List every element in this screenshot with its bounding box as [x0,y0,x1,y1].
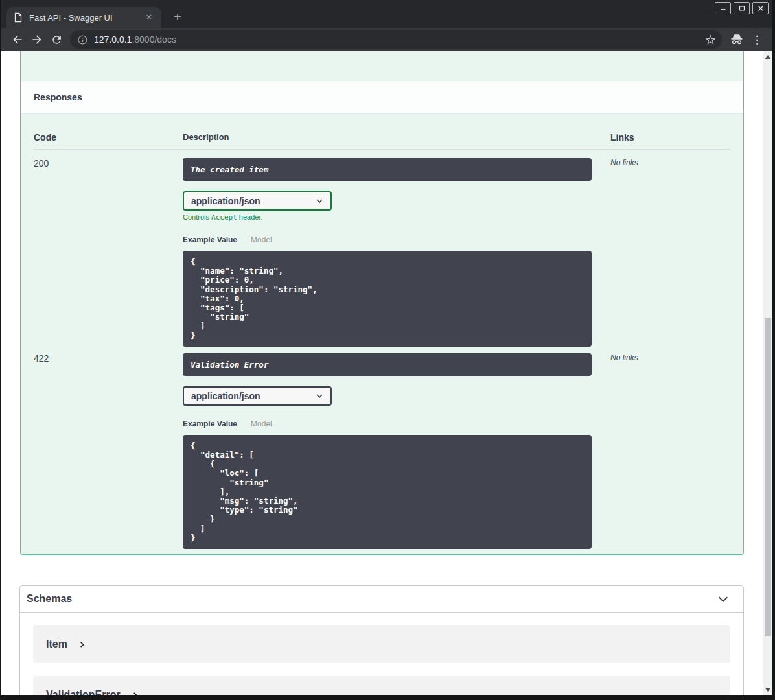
response-description-cell: Validation Error application/json Exampl… [183,353,592,555]
schemas-section: Schemas Item ValidationError [19,585,744,695]
swagger-page: Responses Code Description Links 200 The… [1,51,772,695]
response-code: 422 [34,353,183,555]
tab-example-value[interactable]: Example Value [183,235,237,244]
reload-icon [51,34,63,46]
triangle-up-icon [765,54,771,60]
response-description: The created item [183,158,592,181]
accept-header-note: Controls Accept header. [183,213,592,222]
example-model-tabs: Example Value Model [183,235,592,245]
url-text: 127.0.0.1:8000/docs [94,34,176,45]
scrollbar-thumb[interactable] [765,318,771,636]
forward-button[interactable] [27,30,47,49]
model-validationerror[interactable]: ValidationError [33,676,730,695]
browser-menu-button[interactable]: ⋮ [750,34,763,45]
maximize-icon [739,6,744,10]
tabs-divider [244,419,244,428]
bookmark-star-button[interactable] [704,34,717,46]
maximize-button[interactable] [734,2,750,14]
scroll-up-button[interactable] [763,52,772,62]
media-type-select[interactable]: application/json [183,191,332,211]
chevron-down-icon [314,196,325,206]
reload-button[interactable] [47,30,66,49]
star-icon [704,34,717,46]
example-json-200: { "name": "string", "price": 0, "descrip… [183,251,592,347]
chevron-down-icon[interactable] [716,592,730,606]
response-description-cell: The created item application/json Contro… [183,158,592,353]
tab-model[interactable]: Model [251,235,272,244]
media-type-value: application/json [191,391,260,401]
tab-example-value[interactable]: Example Value [183,419,237,428]
window-controls [715,2,769,14]
response-row-422: 422 Validation Error application/json Ex… [34,353,730,555]
tab-title: Fast API - Swagger UI [29,13,137,23]
browser-tab[interactable]: Fast API - Swagger UI × [6,7,161,28]
back-button[interactable] [8,30,27,49]
triangle-down-icon [765,687,771,692]
response-links: No links [610,353,730,555]
response-description: Validation Error [183,353,592,376]
browser-window: Fast API - Swagger UI × + [0,0,775,700]
title-bar: Fast API - Swagger UI × + [1,0,772,28]
forward-icon [30,33,43,46]
address-bar[interactable]: 127.0.0.1:8000/docs [70,30,722,49]
example-model-tabs: Example Value Model [183,419,592,429]
response-row-200: 200 The created item application/json Co… [34,150,730,353]
responses-section-header: Responses [21,81,743,113]
back-icon [11,33,24,46]
browser-toolbar: 127.0.0.1:8000/docs ⋮ [1,28,772,51]
response-code: 200 [34,158,183,353]
close-icon [758,6,763,10]
site-info-icon[interactable] [77,34,88,45]
opblock-spacer [21,51,743,81]
column-header-description: Description [183,132,610,143]
media-type-value: application/json [191,196,260,206]
responses-table-header: Code Description Links [34,113,730,150]
page-favicon-icon [13,12,23,23]
chevron-right-icon [78,640,86,649]
tab-close-icon[interactable]: × [143,12,155,23]
responses-title: Responses [34,92,82,102]
schemas-title: Schemas [27,593,72,605]
response-links: No links [610,158,730,353]
media-type-select[interactable]: application/json [183,386,332,406]
example-json-422: { "detail": [ { "loc": [ "string" ], "ms… [183,435,592,549]
tab-model[interactable]: Model [251,419,272,428]
incognito-icon [730,32,744,47]
schemas-header[interactable]: Schemas [20,586,743,612]
model-item[interactable]: Item [33,625,730,663]
chevron-right-icon [132,691,139,696]
column-header-code: Code [34,132,183,143]
column-header-links: Links [610,132,730,143]
responses-table: Code Description Links 200 The created i… [21,113,743,555]
minimize-button[interactable] [715,2,731,14]
chevron-down-icon [314,391,325,401]
tabs-divider [244,235,244,245]
model-name: Item [46,638,67,650]
model-name: ValidationError [46,689,121,695]
new-tab-button[interactable]: + [170,9,185,25]
close-window-button[interactable] [752,2,769,14]
page-scrollbar[interactable] [763,51,772,695]
models-list: Item ValidationError [20,612,743,695]
scroll-down-button[interactable] [763,685,772,694]
post-opblock-body: Responses Code Description Links 200 The… [20,51,744,555]
